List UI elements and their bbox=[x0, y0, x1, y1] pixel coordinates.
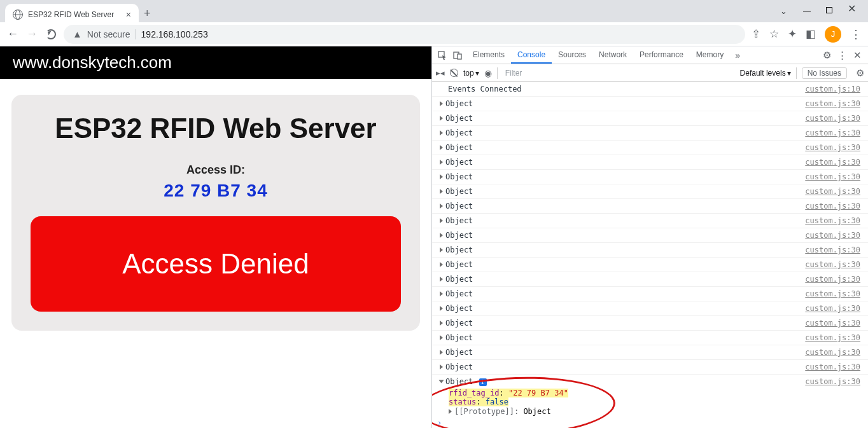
source-link[interactable]: custom.js:30 bbox=[805, 230, 860, 240]
devtools-tab-network[interactable]: Network bbox=[592, 46, 633, 64]
devtools-tab-memory[interactable]: Memory bbox=[690, 46, 730, 64]
console-log-area[interactable]: Events Connectedcustom.js:10Objectcustom… bbox=[432, 82, 868, 428]
devtools-tab-console[interactable]: Console bbox=[511, 46, 552, 64]
console-log-row[interactable]: Objectcustom.js:30 bbox=[432, 287, 868, 301]
live-expression-icon[interactable]: ◉ bbox=[484, 68, 492, 78]
inspect-icon[interactable] bbox=[436, 51, 449, 60]
console-log-row[interactable]: Objectcustom.js:30 bbox=[432, 170, 868, 184]
console-log-row[interactable]: Objectcustom.js:30 bbox=[432, 272, 868, 287]
console-settings-icon[interactable]: ⚙ bbox=[856, 67, 864, 79]
context-selector[interactable]: top ▾ bbox=[463, 69, 479, 78]
devtools-tab-elements[interactable]: Elements bbox=[466, 46, 511, 64]
expand-arrow-icon[interactable] bbox=[440, 350, 443, 355]
source-link[interactable]: custom.js:10 bbox=[805, 84, 860, 94]
expand-arrow-icon[interactable] bbox=[440, 306, 443, 311]
devtools-menu-icon[interactable]: ⋮ bbox=[837, 50, 847, 61]
minimize-icon[interactable] bbox=[803, 4, 811, 11]
expand-arrow-icon[interactable] bbox=[440, 145, 443, 150]
expand-arrow-icon[interactable] bbox=[440, 247, 443, 252]
expand-arrow-icon[interactable] bbox=[440, 174, 443, 179]
sidepanel-icon[interactable]: ◧ bbox=[806, 27, 816, 41]
menu-dots-icon[interactable]: ⋮ bbox=[850, 27, 862, 41]
console-log-row[interactable]: Objectcustom.js:30 bbox=[432, 97, 868, 111]
source-link[interactable]: custom.js:30 bbox=[805, 347, 860, 357]
source-link[interactable]: custom.js:30 bbox=[805, 318, 860, 328]
expand-arrow-icon[interactable] bbox=[440, 204, 443, 209]
collapse-arrow-icon[interactable] bbox=[439, 380, 444, 383]
source-link[interactable]: custom.js:30 bbox=[805, 245, 860, 255]
share-icon[interactable]: ⇪ bbox=[752, 27, 760, 41]
maximize-icon[interactable] bbox=[826, 7, 832, 13]
console-log-row[interactable]: Objectcustom.js:30 bbox=[432, 184, 868, 199]
console-sidebar-icon[interactable]: ▸◂ bbox=[436, 68, 445, 78]
source-link[interactable]: custom.js:30 bbox=[805, 172, 860, 182]
source-link[interactable]: custom.js:30 bbox=[805, 128, 860, 138]
source-link[interactable]: custom.js:30 bbox=[805, 99, 860, 109]
console-log-row[interactable]: Objectcustom.js:30 bbox=[432, 316, 868, 331]
console-log-row[interactable]: Objectcustom.js:30 bbox=[432, 126, 868, 141]
clear-console-icon[interactable] bbox=[450, 69, 458, 77]
expand-arrow-icon[interactable] bbox=[440, 291, 443, 296]
log-levels-selector[interactable]: Default levels ▾ bbox=[740, 69, 791, 78]
window-close-icon[interactable]: ✕ bbox=[848, 6, 855, 14]
expand-arrow-icon[interactable] bbox=[440, 277, 443, 282]
console-log-row[interactable]: Objectcustom.js:30 bbox=[432, 155, 868, 170]
devtools-tab-sources[interactable]: Sources bbox=[552, 46, 592, 64]
expand-arrow-icon[interactable] bbox=[440, 233, 443, 238]
source-link[interactable]: custom.js:30 bbox=[805, 201, 860, 211]
bookmark-star-icon[interactable]: ☆ bbox=[769, 27, 779, 41]
extensions-icon[interactable]: ✦ bbox=[788, 27, 797, 41]
console-filter-input[interactable]: Filter bbox=[503, 69, 735, 78]
chevron-down-icon[interactable]: ⌄ bbox=[780, 6, 788, 14]
console-log-row[interactable]: Objectcustom.js:30 bbox=[432, 228, 868, 243]
expand-arrow-icon[interactable] bbox=[440, 130, 443, 135]
source-link[interactable]: custom.js:30 bbox=[805, 376, 860, 387]
console-log-row[interactable]: Objectcustom.js:30 bbox=[432, 199, 868, 214]
console-log-row[interactable]: Objectcustom.js:30 bbox=[432, 111, 868, 126]
expand-arrow-icon[interactable] bbox=[440, 364, 443, 369]
expand-arrow-icon[interactable] bbox=[440, 116, 443, 121]
avatar[interactable]: J bbox=[825, 26, 841, 43]
device-toggle-icon[interactable] bbox=[451, 51, 464, 60]
console-log-row[interactable]: Objectcustom.js:30 bbox=[432, 360, 868, 375]
console-prompt[interactable]: › bbox=[432, 416, 868, 428]
devtools-close-icon[interactable]: ✕ bbox=[853, 50, 862, 61]
expand-arrow-icon[interactable] bbox=[440, 321, 443, 326]
console-log-row[interactable]: Objectcustom.js:30 bbox=[432, 345, 868, 360]
console-log-row[interactable]: Objectcustom.js:30 bbox=[432, 141, 868, 155]
source-link[interactable]: custom.js:30 bbox=[805, 303, 860, 314]
source-link[interactable]: custom.js:30 bbox=[805, 186, 860, 197]
browser-tab[interactable]: ESP32 RFID Web Server × bbox=[5, 4, 139, 25]
new-tab-button[interactable]: + bbox=[144, 7, 151, 20]
expand-arrow-icon[interactable] bbox=[440, 189, 443, 194]
forward-button[interactable]: → bbox=[25, 28, 38, 41]
source-link[interactable]: custom.js:30 bbox=[805, 333, 860, 343]
source-link[interactable]: custom.js:30 bbox=[805, 142, 860, 153]
source-link[interactable]: custom.js:30 bbox=[805, 259, 860, 270]
back-button[interactable]: ← bbox=[6, 28, 19, 41]
console-log-row[interactable]: Objectcustom.js:30 bbox=[432, 258, 868, 272]
reload-button[interactable] bbox=[45, 28, 57, 41]
expand-arrow-icon[interactable] bbox=[440, 262, 443, 267]
console-log-row[interactable]: Objectcustom.js:30 bbox=[432, 214, 868, 228]
console-log-row[interactable]: Objectcustom.js:30 bbox=[432, 331, 868, 345]
console-log-row[interactable]: Object icustom.js:30 bbox=[432, 375, 868, 389]
tabs-more-icon[interactable]: » bbox=[735, 50, 740, 60]
expand-arrow-icon[interactable] bbox=[440, 335, 443, 340]
expand-arrow-icon[interactable] bbox=[440, 218, 443, 223]
omnibox[interactable]: ▲ Not secure 192.168.100.253 bbox=[64, 25, 745, 44]
issues-chip[interactable]: No Issues bbox=[802, 67, 847, 79]
tab-close-icon[interactable]: × bbox=[126, 10, 131, 19]
source-link[interactable]: custom.js:30 bbox=[805, 113, 860, 123]
source-link[interactable]: custom.js:30 bbox=[805, 289, 860, 299]
gear-icon[interactable]: ⚙ bbox=[823, 50, 831, 61]
console-log-row[interactable]: Objectcustom.js:30 bbox=[432, 301, 868, 316]
source-link[interactable]: custom.js:30 bbox=[805, 274, 860, 284]
source-link[interactable]: custom.js:30 bbox=[805, 157, 860, 167]
console-log-row[interactable]: Events Connectedcustom.js:10 bbox=[432, 82, 868, 97]
source-link[interactable]: custom.js:30 bbox=[805, 216, 860, 226]
expand-arrow-icon[interactable] bbox=[440, 101, 443, 106]
console-log-row[interactable]: Objectcustom.js:30 bbox=[432, 243, 868, 258]
expand-arrow-icon[interactable] bbox=[449, 409, 452, 414]
devtools-tab-performance[interactable]: Performance bbox=[633, 46, 690, 64]
